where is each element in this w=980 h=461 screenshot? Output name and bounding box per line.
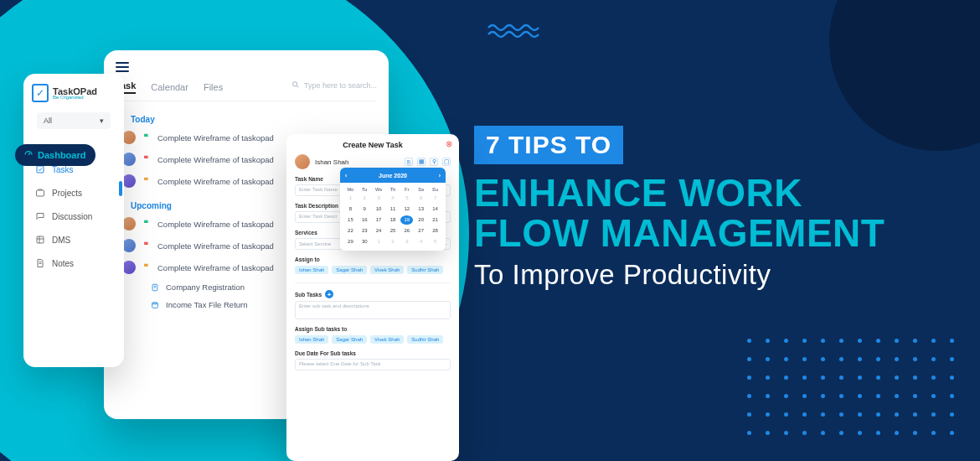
dp-day[interactable]: 9 [358,205,371,214]
dp-day[interactable]: 22 [344,226,357,236]
dp-day[interactable]: 18 [387,215,400,225]
doc-icon [151,283,159,292]
dp-day[interactable]: 2 [358,194,371,203]
copy-icon[interactable]: ⎘ [405,158,413,166]
headline-badge: 7 TIPS TO [474,126,623,164]
sidebar-item-projects[interactable]: Projects [35,188,124,198]
attach-icon[interactable]: ⚲ [430,158,438,166]
headline-line2: FLOW MANAGEMENT [474,213,943,253]
dp-dow: Th [387,187,400,192]
sidebar-item-label: Projects [52,189,82,198]
more-icon[interactable]: ▢ [442,158,451,166]
sidebar-item-discussion[interactable]: Discussion [35,211,124,221]
dp-day[interactable]: 3 [373,194,385,203]
all-dropdown[interactable]: All ▾ [37,112,111,129]
assignee-chip[interactable]: Vivek Shah [370,266,404,274]
sidebar-item-label: Tasks [52,165,74,174]
dp-day[interactable]: 8 [344,205,357,214]
dp-day[interactable]: 3 [400,237,413,246]
svg-rect-0 [37,166,44,173]
assignee-chip[interactable]: Ishan Shah [295,335,328,344]
tab-files[interactable]: Files [204,82,223,94]
dp-day[interactable]: 7 [429,194,441,203]
prev-month-icon[interactable]: ‹ [345,173,347,179]
wave-icon [487,22,546,42]
sidebar-item-label: Notes [52,259,74,268]
label-due-sub: Due Date For Sub tasks [295,350,451,356]
dp-day[interactable]: 4 [387,194,400,203]
search-input[interactable]: Type here to search... [291,80,377,91]
dashboard-pill[interactable]: Dashboard [15,144,95,166]
task-title: Complete Wireframe of taskopad [157,220,274,229]
notes-icon [35,258,45,268]
dp-day[interactable]: 27 [415,226,427,236]
datepicker-popover: ‹ June 2020 › MoTuWeThFrSaSu123456789101… [340,168,446,251]
dp-day[interactable]: 1 [344,194,357,203]
dp-day[interactable]: 29 [344,237,357,246]
assignee-chip[interactable]: Vivek Shah [370,335,404,344]
dp-day[interactable]: 15 [344,215,357,225]
dp-day[interactable]: 28 [429,226,441,236]
add-subtask-icon[interactable]: + [325,290,333,298]
assignee-chip[interactable]: Ishan Shah [295,266,328,274]
input-subtask[interactable]: Enter sub task and descriptions [295,301,451,319]
next-month-icon[interactable]: › [439,173,441,179]
svg-point-3 [293,82,297,86]
input-due-sub[interactable]: Please select Due Date for Sub Task [295,359,451,370]
label-assign-to: Assign to [295,256,451,262]
dp-day[interactable]: 16 [358,215,371,225]
dp-day[interactable]: 2 [387,237,400,246]
flag-icon [142,176,151,186]
dp-day[interactable]: 13 [415,205,427,214]
dp-day[interactable]: 24 [373,226,385,236]
dp-day[interactable]: 5 [429,237,441,246]
dp-day[interactable]: 6 [415,194,427,203]
sidebar-item-notes[interactable]: Notes [35,258,124,268]
projects-icon [35,188,45,198]
dp-dow: We [373,187,385,192]
search-icon [291,80,300,91]
calendar-icon[interactable]: ▦ [417,158,426,166]
dp-dow: Fr [400,187,413,192]
dp-day[interactable]: 1 [373,237,385,246]
close-icon[interactable]: ⊗ [446,139,452,148]
modal-user-name: Ishan Shah [315,158,348,166]
dp-day[interactable]: 19 [400,215,413,225]
dp-day[interactable]: 10 [373,205,385,214]
discussion-icon [35,211,45,221]
assignee-chip[interactable]: Sagar Shah [332,266,367,274]
label-assign-sub: Assign Sub tasks to [295,326,451,332]
headline-block: 7 TIPS TO ENHANCE WORK FLOW MANAGEMENT T… [474,126,943,291]
dp-day[interactable]: 20 [415,215,427,225]
dp-day[interactable]: 23 [358,226,371,236]
modal-title: Create New Task [295,141,451,149]
avatar [122,174,136,188]
dp-day[interactable]: 4 [415,237,427,246]
dp-day[interactable]: 17 [373,215,385,225]
dp-day[interactable]: 14 [429,205,441,214]
dp-day[interactable]: 25 [387,226,400,236]
avatar [122,217,136,230]
avatar [122,261,136,274]
task-title: Complete Wireframe of taskopad [157,177,274,186]
sidebar-item-dms[interactable]: DMS [35,235,124,245]
dp-day[interactable]: 30 [358,237,371,246]
subtask-title: Company Registration [166,282,245,292]
section-today[interactable]: ⌄ Today [119,115,377,124]
dp-day[interactable]: 11 [387,205,400,214]
assignee-chip[interactable]: Sudhir Shah [407,335,443,344]
dp-day[interactable]: 5 [400,194,413,203]
datepicker-month: June 2020 [379,173,407,179]
assignee-chip[interactable]: Sagar Shah [332,335,367,344]
dp-day[interactable]: 12 [400,205,413,214]
hamburger-icon[interactable] [116,59,129,72]
svg-rect-5 [152,303,158,308]
dp-day[interactable]: 26 [400,226,413,236]
assignee-chip[interactable]: Sudhir Shah [407,266,443,274]
assign-sub-chips: Ishan ShahSagar ShahVivek ShahSudhir Sha… [295,335,451,344]
flag-icon [142,219,151,229]
avatar [122,131,136,144]
tab-calendar[interactable]: Calendar [151,82,188,94]
dp-day[interactable]: 21 [429,215,441,225]
task-title: Complete Wireframe of taskopad [157,263,274,272]
